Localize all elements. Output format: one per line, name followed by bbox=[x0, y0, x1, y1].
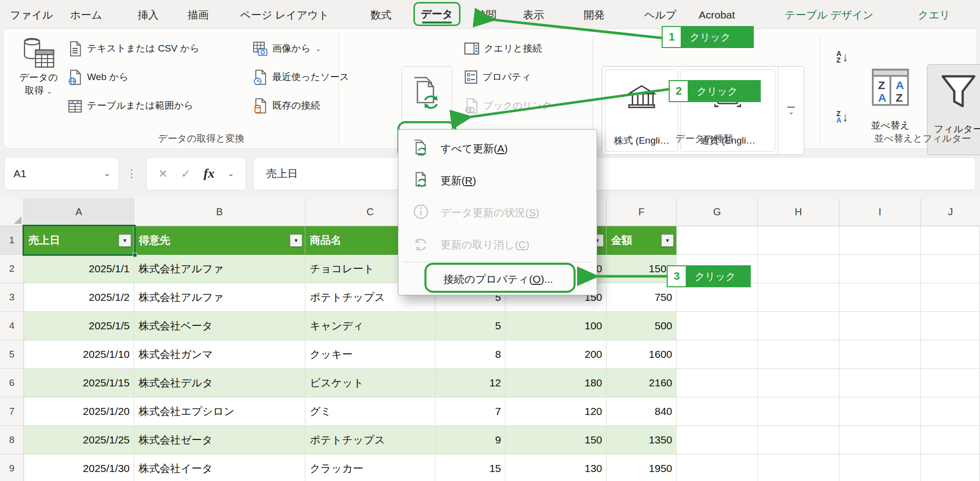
cancel-icon[interactable]: ✕ bbox=[158, 167, 168, 181]
cell[interactable] bbox=[921, 255, 980, 283]
cell[interactable]: 1600 bbox=[607, 340, 677, 369]
select-all-corner[interactable] bbox=[0, 198, 24, 226]
tab-acrobat[interactable]: Acrobat bbox=[699, 6, 735, 24]
row-number[interactable]: 6 bbox=[0, 369, 24, 397]
row-number[interactable]: 3 bbox=[0, 283, 24, 312]
cell[interactable] bbox=[758, 340, 839, 369]
cell[interactable]: 2025/1/5 bbox=[24, 312, 134, 340]
cell[interactable] bbox=[758, 397, 839, 426]
cell[interactable]: 15 bbox=[435, 454, 506, 481]
from-web-button[interactable]: Web から bbox=[68, 67, 129, 88]
table-header-cell[interactable]: 得意先▼ bbox=[134, 226, 305, 255]
table-header-cell[interactable]: 金額▼ bbox=[607, 226, 677, 255]
cell[interactable] bbox=[921, 369, 980, 397]
cell[interactable] bbox=[758, 312, 839, 340]
tab-developer[interactable]: 開発 bbox=[584, 6, 605, 24]
row-number[interactable]: 4 bbox=[0, 312, 24, 340]
from-picture-button[interactable]: 画像から ⌄ bbox=[253, 38, 321, 59]
formula-input[interactable]: 売上日 bbox=[253, 157, 976, 190]
cell[interactable]: 株式会社デルタ bbox=[134, 369, 305, 397]
cell[interactable] bbox=[758, 226, 839, 255]
cell[interactable] bbox=[677, 226, 758, 255]
cell[interactable] bbox=[921, 312, 980, 340]
cell[interactable] bbox=[677, 454, 758, 481]
queries-connections-button[interactable]: クエリと接続 bbox=[464, 38, 542, 59]
chevron-down-icon[interactable]: ⌄ bbox=[228, 171, 234, 176]
row-number[interactable]: 8 bbox=[0, 426, 24, 454]
column-header[interactable]: F bbox=[607, 198, 677, 226]
cell[interactable] bbox=[758, 283, 839, 312]
cell[interactable]: 株式会社ガンマ bbox=[134, 340, 305, 369]
sort-descending-button[interactable]: ZA ↓ bbox=[828, 104, 856, 130]
tab-home[interactable]: ホーム bbox=[70, 6, 102, 24]
chevron-down-icon[interactable]: ⌄ bbox=[104, 171, 111, 176]
cell[interactable]: クラッカー bbox=[305, 454, 435, 481]
cell[interactable]: 750 bbox=[607, 283, 677, 312]
cell[interactable]: 株式会社エプシロン bbox=[134, 397, 305, 426]
cell[interactable]: 8 bbox=[435, 340, 506, 369]
enter-icon[interactable]: ✓ bbox=[181, 167, 190, 181]
cell[interactable]: キャンディ bbox=[305, 312, 435, 340]
filter-dropdown-button[interactable]: ▼ bbox=[290, 234, 302, 247]
cell[interactable] bbox=[677, 426, 758, 454]
tab-file[interactable]: ファイル bbox=[10, 6, 53, 24]
cell[interactable] bbox=[677, 283, 758, 312]
menu-item-refresh[interactable]: 更新(R) bbox=[398, 165, 597, 197]
cell[interactable] bbox=[921, 340, 980, 369]
cell[interactable]: 120 bbox=[506, 397, 607, 426]
cell[interactable]: 100 bbox=[506, 312, 607, 340]
cell[interactable]: 150 bbox=[506, 426, 607, 454]
refresh-all-button[interactable] bbox=[401, 66, 452, 124]
cell[interactable]: 2025/1/25 bbox=[24, 426, 134, 454]
cell[interactable] bbox=[758, 426, 839, 454]
row-number[interactable]: 7 bbox=[0, 397, 24, 426]
column-header[interactable]: G bbox=[677, 198, 758, 226]
row-number[interactable]: 2 bbox=[0, 255, 24, 283]
cell[interactable]: 180 bbox=[506, 369, 607, 397]
cell[interactable]: 2025/1/30 bbox=[24, 454, 134, 481]
cell[interactable]: 200 bbox=[506, 340, 607, 369]
menu-item-connection-properties[interactable]: 接続のプロパティ(O)... bbox=[398, 263, 597, 295]
row-number[interactable]: 5 bbox=[0, 340, 24, 369]
cell[interactable]: 2025/1/1 bbox=[24, 255, 134, 283]
tab-table-design[interactable]: テーブル デザイン bbox=[785, 6, 873, 24]
row-number[interactable]: 9 bbox=[0, 454, 24, 481]
cell[interactable]: ビスケット bbox=[305, 369, 435, 397]
cell[interactable]: 2025/1/20 bbox=[24, 397, 134, 426]
cell[interactable] bbox=[677, 340, 758, 369]
column-header[interactable]: J bbox=[921, 198, 980, 226]
cell[interactable] bbox=[677, 312, 758, 340]
filter-dropdown-button[interactable]: ▼ bbox=[661, 234, 674, 247]
cell[interactable]: ポテトチップス bbox=[305, 426, 435, 454]
cell[interactable]: 1500 bbox=[607, 255, 677, 283]
tab-query[interactable]: クエリ bbox=[918, 6, 950, 24]
cell[interactable] bbox=[758, 369, 839, 397]
existing-connections-button[interactable]: 既存の接続 bbox=[253, 95, 320, 116]
column-header[interactable]: I bbox=[839, 198, 921, 226]
cell[interactable]: 株式会社ベータ bbox=[134, 312, 305, 340]
cell[interactable]: 130 bbox=[506, 454, 607, 481]
cell[interactable]: 株式会社ゼータ bbox=[134, 426, 305, 454]
cell[interactable]: 2025/1/2 bbox=[24, 283, 134, 312]
tab-page-layout[interactable]: ページ レイアウト bbox=[240, 6, 329, 24]
tab-view[interactable]: 表示 bbox=[523, 6, 544, 24]
cell[interactable] bbox=[921, 283, 980, 312]
table-header-cell[interactable]: 売上日▼ bbox=[24, 226, 134, 255]
cell[interactable]: グミ bbox=[305, 397, 435, 426]
cell[interactable] bbox=[921, 226, 980, 255]
tab-help[interactable]: ヘルプ bbox=[644, 6, 676, 24]
cell[interactable] bbox=[839, 226, 921, 255]
column-header[interactable]: A bbox=[24, 198, 134, 226]
cell[interactable] bbox=[758, 454, 839, 481]
cell[interactable]: 株式会社アルファ bbox=[134, 255, 305, 283]
cell[interactable]: 1950 bbox=[607, 454, 677, 481]
tab-data[interactable]: データ bbox=[413, 2, 460, 26]
cell[interactable]: 9 bbox=[435, 426, 506, 454]
column-header[interactable]: B bbox=[134, 198, 305, 226]
tab-review[interactable]: 校閲 bbox=[475, 6, 497, 24]
cell[interactable] bbox=[839, 312, 921, 340]
insert-function-icon[interactable]: fx bbox=[204, 166, 215, 181]
menu-item-refresh-all[interactable]: すべて更新(A) bbox=[398, 133, 597, 165]
cell[interactable]: 500 bbox=[607, 312, 677, 340]
cell[interactable]: 7 bbox=[435, 397, 506, 426]
